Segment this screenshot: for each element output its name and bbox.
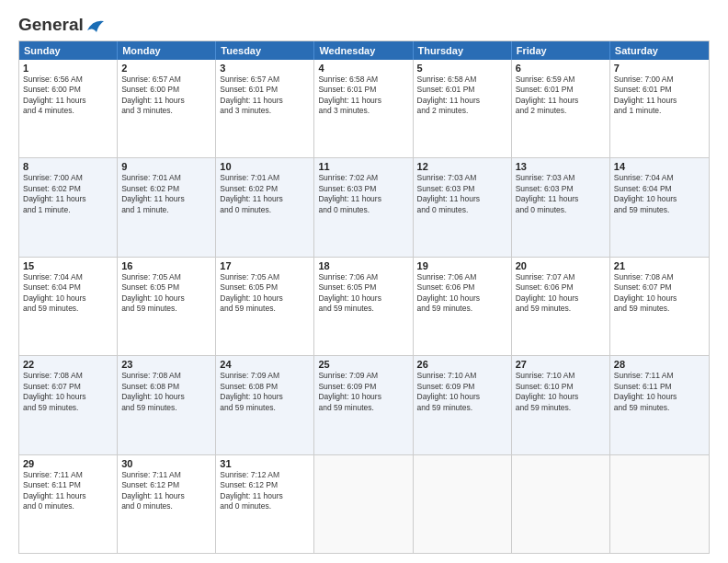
calendar-cell: 4Sunrise: 6:58 AMSunset: 6:01 PMDaylight… <box>314 60 413 157</box>
day-number: 26 <box>417 359 507 370</box>
day-number: 9 <box>121 161 211 172</box>
calendar-cell: 26Sunrise: 7:10 AMSunset: 6:09 PMDayligh… <box>414 356 512 454</box>
calendar-cell: 7Sunrise: 7:00 AMSunset: 6:01 PMDaylight… <box>610 60 709 157</box>
cell-info: Sunrise: 7:08 AMSunset: 6:07 PMDaylight:… <box>23 371 113 413</box>
calendar-cell: 8Sunrise: 7:00 AMSunset: 6:02 PMDaylight… <box>19 158 118 256</box>
cell-info: Sunrise: 7:04 AMSunset: 6:04 PMDaylight:… <box>614 173 705 215</box>
cell-info: Sunrise: 7:11 AMSunset: 6:11 PMDaylight:… <box>23 470 113 512</box>
calendar-cell: 20Sunrise: 7:07 AMSunset: 6:06 PMDayligh… <box>512 258 610 355</box>
cell-info: Sunrise: 7:00 AMSunset: 6:02 PMDaylight:… <box>23 173 113 215</box>
logo-bird-icon <box>85 17 106 34</box>
cell-info: Sunrise: 6:58 AMSunset: 6:01 PMDaylight:… <box>417 75 507 117</box>
day-number: 15 <box>23 260 113 271</box>
day-header-friday: Friday <box>512 41 610 60</box>
calendar-cell <box>414 455 512 553</box>
calendar-cell: 1Sunrise: 6:56 AMSunset: 6:00 PMDaylight… <box>19 60 118 157</box>
cell-info: Sunrise: 7:12 AMSunset: 6:12 PMDaylight:… <box>220 470 310 512</box>
day-number: 29 <box>23 458 113 469</box>
cell-info: Sunrise: 6:58 AMSunset: 6:01 PMDaylight:… <box>318 75 408 117</box>
cell-info: Sunrise: 7:00 AMSunset: 6:01 PMDaylight:… <box>614 75 705 117</box>
calendar-cell: 16Sunrise: 7:05 AMSunset: 6:05 PMDayligh… <box>118 258 216 355</box>
calendar-body: 1Sunrise: 6:56 AMSunset: 6:00 PMDaylight… <box>19 60 709 553</box>
day-number: 21 <box>614 260 705 271</box>
cell-info: Sunrise: 7:09 AMSunset: 6:09 PMDaylight:… <box>318 371 408 413</box>
calendar-row-5: 29Sunrise: 7:11 AMSunset: 6:11 PMDayligh… <box>19 454 709 553</box>
cell-info: Sunrise: 7:02 AMSunset: 6:03 PMDaylight:… <box>318 173 408 215</box>
calendar-cell: 21Sunrise: 7:08 AMSunset: 6:07 PMDayligh… <box>610 258 709 355</box>
calendar-cell <box>512 455 610 553</box>
calendar-cell: 25Sunrise: 7:09 AMSunset: 6:09 PMDayligh… <box>314 356 413 454</box>
calendar-cell: 6Sunrise: 6:59 AMSunset: 6:01 PMDaylight… <box>512 60 610 157</box>
cell-info: Sunrise: 7:01 AMSunset: 6:02 PMDaylight:… <box>220 173 310 215</box>
calendar-cell: 24Sunrise: 7:09 AMSunset: 6:08 PMDayligh… <box>216 356 314 454</box>
page: General SundayMondayTuesdayWednesdayThur… <box>0 0 728 563</box>
calendar-row-2: 8Sunrise: 7:00 AMSunset: 6:02 PMDaylight… <box>19 157 709 256</box>
logo-line1: General <box>18 15 84 35</box>
day-number: 23 <box>121 359 211 370</box>
calendar-cell: 31Sunrise: 7:12 AMSunset: 6:12 PMDayligh… <box>216 455 314 553</box>
cell-info: Sunrise: 7:01 AMSunset: 6:02 PMDaylight:… <box>121 173 211 215</box>
calendar-cell: 15Sunrise: 7:04 AMSunset: 6:04 PMDayligh… <box>19 258 118 355</box>
day-number: 4 <box>318 63 408 74</box>
calendar-cell: 14Sunrise: 7:04 AMSunset: 6:04 PMDayligh… <box>610 158 709 256</box>
calendar-cell <box>610 455 709 553</box>
cell-info: Sunrise: 7:06 AMSunset: 6:05 PMDaylight:… <box>318 272 408 315</box>
calendar-cell <box>314 455 413 553</box>
day-number: 18 <box>318 260 408 271</box>
calendar-cell: 30Sunrise: 7:11 AMSunset: 6:12 PMDayligh… <box>118 455 216 553</box>
cell-info: Sunrise: 6:56 AMSunset: 6:00 PMDaylight:… <box>23 75 113 117</box>
calendar-cell: 13Sunrise: 7:03 AMSunset: 6:03 PMDayligh… <box>512 158 610 256</box>
cell-info: Sunrise: 7:05 AMSunset: 6:05 PMDaylight:… <box>121 272 211 315</box>
cell-info: Sunrise: 7:10 AMSunset: 6:09 PMDaylight:… <box>417 371 507 413</box>
day-number: 16 <box>121 260 211 271</box>
cell-info: Sunrise: 6:59 AMSunset: 6:01 PMDaylight:… <box>516 75 606 117</box>
day-number: 1 <box>23 63 113 74</box>
cell-info: Sunrise: 7:07 AMSunset: 6:06 PMDaylight:… <box>516 272 606 315</box>
header: General <box>18 15 710 31</box>
cell-info: Sunrise: 7:04 AMSunset: 6:04 PMDaylight:… <box>23 272 113 315</box>
day-number: 3 <box>220 63 310 74</box>
day-number: 24 <box>220 359 310 370</box>
calendar-cell: 18Sunrise: 7:06 AMSunset: 6:05 PMDayligh… <box>314 258 413 355</box>
day-number: 19 <box>417 260 507 271</box>
calendar-cell: 23Sunrise: 7:08 AMSunset: 6:08 PMDayligh… <box>118 356 216 454</box>
day-number: 31 <box>220 458 310 469</box>
calendar-row-4: 22Sunrise: 7:08 AMSunset: 6:07 PMDayligh… <box>19 355 709 454</box>
day-header-monday: Monday <box>118 41 216 60</box>
cell-info: Sunrise: 7:08 AMSunset: 6:08 PMDaylight:… <box>121 371 211 413</box>
day-number: 27 <box>516 359 606 370</box>
cell-info: Sunrise: 7:06 AMSunset: 6:06 PMDaylight:… <box>417 272 507 315</box>
calendar-cell: 27Sunrise: 7:10 AMSunset: 6:10 PMDayligh… <box>512 356 610 454</box>
day-number: 17 <box>220 260 310 271</box>
day-header-saturday: Saturday <box>610 41 709 60</box>
day-header-tuesday: Tuesday <box>216 41 314 60</box>
logo: General <box>18 15 106 31</box>
day-number: 12 <box>417 161 507 172</box>
calendar-cell: 12Sunrise: 7:03 AMSunset: 6:03 PMDayligh… <box>414 158 512 256</box>
calendar-cell: 29Sunrise: 7:11 AMSunset: 6:11 PMDayligh… <box>19 455 118 553</box>
calendar-cell: 3Sunrise: 6:57 AMSunset: 6:01 PMDaylight… <box>216 60 314 157</box>
day-number: 20 <box>516 260 606 271</box>
calendar-cell: 10Sunrise: 7:01 AMSunset: 6:02 PMDayligh… <box>216 158 314 256</box>
day-number: 10 <box>220 161 310 172</box>
day-number: 6 <box>516 63 606 74</box>
cell-info: Sunrise: 7:08 AMSunset: 6:07 PMDaylight:… <box>614 272 705 315</box>
calendar: SundayMondayTuesdayWednesdayThursdayFrid… <box>18 40 710 554</box>
cell-info: Sunrise: 6:57 AMSunset: 6:01 PMDaylight:… <box>220 75 310 117</box>
day-number: 14 <box>614 161 705 172</box>
day-number: 8 <box>23 161 113 172</box>
calendar-row-3: 15Sunrise: 7:04 AMSunset: 6:04 PMDayligh… <box>19 257 709 355</box>
cell-info: Sunrise: 7:03 AMSunset: 6:03 PMDaylight:… <box>516 173 606 215</box>
calendar-cell: 19Sunrise: 7:06 AMSunset: 6:06 PMDayligh… <box>414 258 512 355</box>
cell-info: Sunrise: 7:05 AMSunset: 6:05 PMDaylight:… <box>220 272 310 315</box>
day-number: 5 <box>417 63 507 74</box>
calendar-row-1: 1Sunrise: 6:56 AMSunset: 6:00 PMDaylight… <box>19 60 709 157</box>
cell-info: Sunrise: 7:09 AMSunset: 6:08 PMDaylight:… <box>220 371 310 413</box>
day-number: 28 <box>614 359 705 370</box>
day-header-wednesday: Wednesday <box>314 41 413 60</box>
calendar-cell: 28Sunrise: 7:11 AMSunset: 6:11 PMDayligh… <box>610 356 709 454</box>
calendar-header: SundayMondayTuesdayWednesdayThursdayFrid… <box>19 41 709 60</box>
day-header-sunday: Sunday <box>19 41 118 60</box>
calendar-cell: 11Sunrise: 7:02 AMSunset: 6:03 PMDayligh… <box>314 158 413 256</box>
calendar-cell: 5Sunrise: 6:58 AMSunset: 6:01 PMDaylight… <box>414 60 512 157</box>
